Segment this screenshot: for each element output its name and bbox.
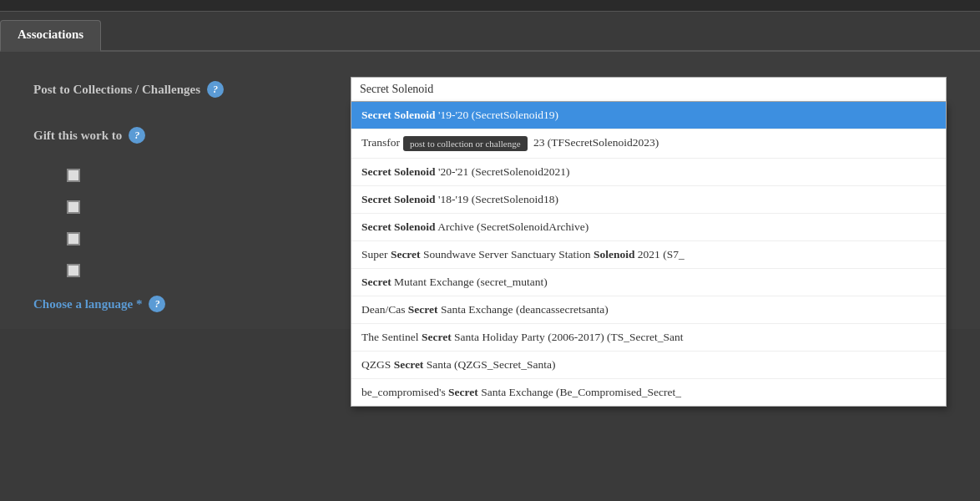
gift-work-label: Gift this work to ? [33,127,351,144]
post-to-collections-row: Post to Collections / Challenges ? Secre… [33,77,947,102]
post-to-collections-help-icon[interactable]: ? [207,81,224,98]
post-to-collections-input-wrapper: Secret Solenoid '19-'20 (SecretSolenoid1… [351,77,947,102]
associations-tab[interactable]: Associations [0,20,101,52]
collections-dropdown: Secret Solenoid '19-'20 (SecretSolenoid1… [351,102,947,407]
main-content: Post to Collections / Challenges ? Secre… [0,52,980,329]
tooltip-badge: post to collection or challenge [403,136,528,151]
dropdown-item-3[interactable]: Secret Solenoid '20-'21 (SecretSolenoid2… [351,159,946,186]
dropdown-item-10[interactable]: QZGS Secret Santa (QZGS_Secret_Santa) [351,352,946,379]
dropdown-item-9[interactable]: The Sentinel Secret Santa Holiday Party … [351,324,946,352]
top-bar [0,0,980,12]
dropdown-item-8[interactable]: Dean/Cas Secret Santa Exchange (deancass… [351,296,946,324]
dropdown-item-1[interactable]: Secret Solenoid '19-'20 (SecretSolenoid1… [351,102,946,129]
dropdown-item-2[interactable]: Transforpost to collection or challenge … [351,129,946,159]
checkbox-4[interactable] [67,264,80,277]
gift-work-help-icon[interactable]: ? [129,127,145,144]
choose-language-label: Choose a language * ? [33,296,200,312]
checkbox-1[interactable] [67,169,80,182]
tab-label: Associations [18,28,83,41]
post-to-collections-input[interactable] [351,77,947,102]
dropdown-item-4[interactable]: Secret Solenoid '18-'19 (SecretSolenoid1… [351,186,946,214]
post-to-collections-label: Post to Collections / Challenges ? [33,81,351,98]
dropdown-item-7[interactable]: Secret Mutant Exchange (secret_mutant) [351,269,946,296]
checkbox-3[interactable] [67,232,80,245]
tab-row: Associations [0,12,980,52]
dropdown-item-11[interactable]: be_compromised's Secret Santa Exchange (… [351,379,946,406]
checkbox-2[interactable] [67,200,80,214]
choose-language-help-icon[interactable]: ? [149,296,165,312]
dropdown-item-6[interactable]: Super Secret Soundwave Server Sanctuary … [351,241,946,269]
dropdown-item-5[interactable]: Secret Solenoid Archive (SecretSolenoidA… [351,214,946,241]
